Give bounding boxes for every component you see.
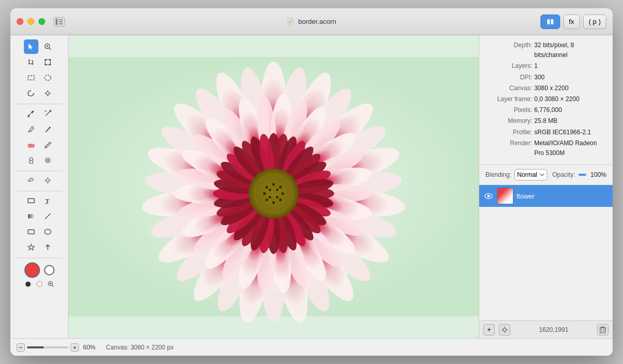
dpi-value: 300 xyxy=(534,73,545,82)
layer-visibility-toggle[interactable] xyxy=(483,191,494,201)
layers-list: flower xyxy=(479,185,613,320)
layer-settings-button[interactable] xyxy=(499,324,510,335)
zoom-slider[interactable] xyxy=(27,346,69,348)
info-row-layer-frame: Layer frame: 0,0 3080 × 2200 xyxy=(485,94,606,104)
shape-rect-button[interactable] xyxy=(24,193,38,208)
star-shape-button[interactable] xyxy=(24,240,38,255)
svg-rect-3 xyxy=(59,23,63,24)
paint-brush-button[interactable] xyxy=(40,137,55,152)
svg-point-170 xyxy=(272,183,275,186)
color-wand-button[interactable] xyxy=(40,106,55,121)
sidebar-toggle-button[interactable] xyxy=(53,17,65,26)
profile-value: sRGB IEC61966-2.1 xyxy=(534,128,591,137)
chevron-down-icon xyxy=(539,173,545,176)
heal-tool-button[interactable] xyxy=(24,173,38,188)
svg-line-68 xyxy=(52,285,53,287)
fx-button[interactable]: fx xyxy=(563,15,580,29)
svg-point-173 xyxy=(279,199,282,201)
svg-rect-21 xyxy=(45,59,46,61)
svg-point-62 xyxy=(45,229,51,234)
main-content: T xyxy=(10,35,613,338)
marquee-rect-button[interactable] xyxy=(24,71,38,85)
zoom-tool-button[interactable] xyxy=(40,39,55,54)
marquee-oval-button[interactable] xyxy=(40,71,55,85)
svg-point-169 xyxy=(255,175,292,212)
tools-button[interactable] xyxy=(540,15,560,29)
add-layer-button[interactable]: + xyxy=(483,324,495,335)
tool-row-1 xyxy=(24,39,55,54)
svg-rect-8 xyxy=(289,23,291,23)
svg-line-39 xyxy=(45,110,45,111)
memory-value: 25.8 MB xyxy=(534,116,558,126)
oval-shape-button[interactable] xyxy=(40,225,55,239)
blending-label: Blending: xyxy=(485,171,511,178)
magic-wand-button[interactable] xyxy=(40,86,55,101)
zoom-out-button[interactable]: − xyxy=(17,343,25,352)
pixels-label: Pixels: xyxy=(485,105,532,115)
text-tool-button[interactable]: T xyxy=(40,193,55,208)
svg-rect-0 xyxy=(56,19,58,25)
svg-rect-44 xyxy=(28,144,34,147)
gradient-tool-button[interactable] xyxy=(24,209,38,223)
svg-point-66 xyxy=(37,282,42,287)
canvas-label: Canvas: xyxy=(485,83,532,93)
layer-name: flower xyxy=(517,192,608,200)
svg-line-60 xyxy=(45,214,50,219)
zoom-in-mini-icon[interactable] xyxy=(46,279,56,289)
background-color-swatch[interactable] xyxy=(44,265,55,275)
canvas-area[interactable] xyxy=(69,35,479,338)
black-circle-icon[interactable] xyxy=(23,279,33,289)
zoom-minus-icon: − xyxy=(19,344,22,351)
p-button[interactable]: ( p ) xyxy=(583,15,606,29)
crop-tool-button[interactable] xyxy=(24,55,38,69)
eyedropper-button[interactable] xyxy=(24,106,38,121)
minimize-button[interactable] xyxy=(28,18,34,25)
white-circle-icon[interactable] xyxy=(34,279,45,289)
line-tool-button[interactable] xyxy=(40,209,55,223)
svg-rect-2 xyxy=(59,21,63,22)
opacity-label: Opacity: xyxy=(552,171,575,178)
titlebar-toolbar: fx ( p ) xyxy=(540,15,606,29)
zoom-in-button[interactable]: + xyxy=(71,343,79,352)
eraser-button[interactable] xyxy=(24,137,38,152)
svg-point-181 xyxy=(269,196,271,198)
info-section: Depth: 32 bits/pixel, 8 bits/channel Lay… xyxy=(479,35,613,165)
layer-item[interactable]: flower xyxy=(479,185,613,207)
opacity-value: 100% xyxy=(590,171,606,178)
blur-button[interactable] xyxy=(40,153,55,167)
titlebar: border.acorn fx ( p ) xyxy=(10,8,613,35)
svg-point-179 xyxy=(269,189,271,191)
svg-rect-23 xyxy=(45,64,46,65)
blending-dropdown[interactable]: Normal xyxy=(514,169,547,180)
clone-stamp-button[interactable] xyxy=(24,153,38,167)
svg-point-174 xyxy=(272,201,275,204)
dpi-label: DPI: xyxy=(485,73,532,82)
maximize-button[interactable] xyxy=(38,18,45,25)
pencil-tool-button[interactable] xyxy=(40,122,55,136)
opacity-slider[interactable] xyxy=(578,174,588,176)
svg-rect-189 xyxy=(600,328,605,333)
svg-rect-59 xyxy=(28,214,34,218)
pen-tool-button[interactable] xyxy=(24,122,38,136)
arrow-shape-button[interactable] xyxy=(40,240,55,255)
transform-tool-button[interactable] xyxy=(40,55,55,69)
lasso-tool-button[interactable] xyxy=(24,86,38,101)
tool-row-6 xyxy=(24,122,55,136)
svg-point-26 xyxy=(45,75,51,80)
svg-point-178 xyxy=(276,189,278,191)
foreground-color-swatch[interactable] xyxy=(24,262,40,278)
tool-row-5 xyxy=(24,106,55,121)
info-row-render: Render: Metal/IO/AMD Radeon Pro 5300M xyxy=(485,138,606,158)
rectangle-shape-button[interactable] xyxy=(24,225,38,239)
flower-canvas[interactable] xyxy=(69,35,479,338)
select-tool-button[interactable] xyxy=(24,39,38,54)
delete-layer-button[interactable] xyxy=(597,324,608,335)
dodge-burn-button[interactable] xyxy=(40,173,55,188)
svg-point-176 xyxy=(263,192,266,195)
tool-row-2 xyxy=(24,55,55,69)
svg-point-35 xyxy=(28,115,30,117)
svg-point-184 xyxy=(503,328,506,331)
close-button[interactable] xyxy=(17,18,23,25)
depth-value: 32 bits/pixel, 8 bits/channel xyxy=(534,40,606,60)
tool-row-12 xyxy=(24,225,55,239)
